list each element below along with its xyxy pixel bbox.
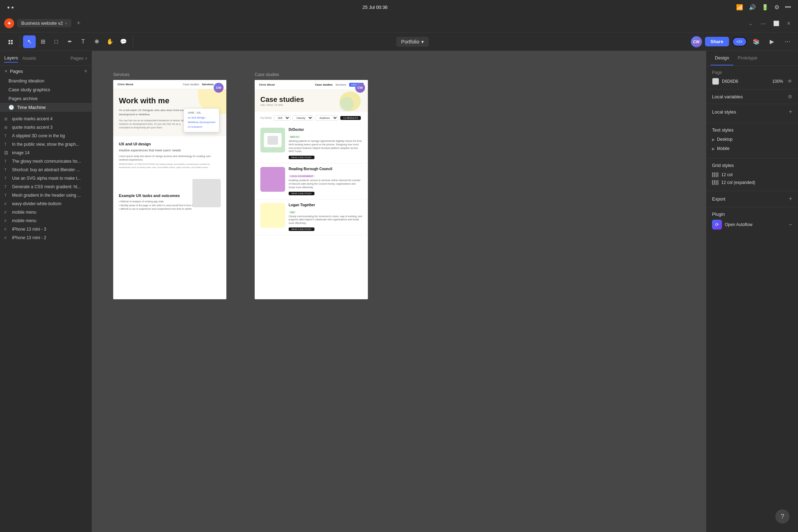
text-tool-button[interactable]: T	[77, 35, 89, 48]
drdoctor-read-more[interactable]: READ CASE STUDY	[289, 156, 314, 159]
drdoctor-desc: Allowing patients to manage appointments…	[289, 139, 362, 153]
layer-item[interactable]: T A stippled 3D cone in the bg	[0, 132, 92, 140]
help-button[interactable]: ?	[775, 509, 790, 524]
pages-list: ▼ Pages + Branding ideation Case study g…	[0, 66, 92, 115]
export-header: Export +	[712, 195, 792, 203]
layer-item[interactable]: ⊞ quote marks accent 3	[0, 123, 92, 132]
layer-item[interactable]: T In the public view, show the graph...	[0, 140, 92, 149]
page-selector[interactable]: Portfolio ▾	[396, 37, 429, 47]
code-toggle-button[interactable]: </>	[733, 38, 746, 46]
page-color-swatch[interactable]	[712, 78, 719, 85]
cases-nav-cs: Case studies	[315, 83, 332, 86]
plugin-autoflow-name: Open Autoflow	[725, 222, 752, 227]
filter-results: 11 RESULTS	[340, 116, 361, 120]
tab-prototype[interactable]: Prototype	[733, 51, 762, 65]
grid-item-12col-expanded[interactable]: 12 col (expanded)	[712, 179, 792, 186]
layer-item[interactable]: T The glowy mesh communicates ho...	[0, 157, 92, 166]
logan-read-more[interactable]: READ CASE STUDY	[289, 227, 314, 231]
layer-item[interactable]: ⊞ quote marks accent 4	[0, 115, 92, 123]
layer-item[interactable]: T Use an SVG alpha mask to make t...	[0, 174, 92, 183]
layer-item[interactable]: # iPhone 13 mini - 3	[0, 225, 92, 233]
services-frame[interactable]: CW Chris Wood Case studies Services Blog…	[113, 80, 226, 299]
mobile-expand-icon: ▶	[712, 147, 715, 151]
add-page-button[interactable]: +	[84, 68, 87, 74]
layer-item[interactable]: 🖼 image 14	[0, 149, 92, 157]
component-tool-button[interactable]: ❋	[90, 35, 103, 48]
add-export-button[interactable]: +	[788, 195, 792, 203]
local-styles-title: Local styles	[712, 109, 736, 115]
layer-item[interactable]: T Shortcut: buy an abstract Blender ...	[0, 166, 92, 174]
pen-tool-button[interactable]: ✒	[63, 35, 76, 48]
panel-tabs: Design Prototype	[706, 51, 798, 66]
pages-collapse-icon[interactable]: ▼	[4, 69, 8, 73]
audience-filter[interactable]: Audience	[316, 115, 338, 121]
style-group-mobile-header[interactable]: ▶ Mobile	[712, 145, 792, 152]
menu-tool-button[interactable]	[4, 35, 17, 48]
file-tab[interactable]: Business website v2 ×	[17, 19, 71, 27]
tab-layers[interactable]: Layers	[4, 54, 18, 63]
minimize-button[interactable]: —	[758, 18, 768, 28]
reading-read-more[interactable]: READ CASE STUDY	[289, 192, 314, 195]
style-group-desktop: ▶ Desktop	[712, 135, 792, 143]
cases-nav-logo: Chris Wood	[259, 83, 275, 86]
nav-case-studies: Case studies	[183, 83, 199, 86]
title-bar-right: ⌄ — ⬜ ✕	[746, 18, 794, 28]
file-tab-title: Business website v2	[21, 21, 63, 26]
tab-design[interactable]: Design	[711, 51, 733, 65]
grid-item-12col[interactable]: 12 col	[712, 171, 792, 179]
layer-item[interactable]: # mobile menu	[0, 208, 92, 216]
figma-logo[interactable]: ✦	[4, 18, 14, 28]
logan-badge: WEI	[289, 211, 296, 214]
page-item-case-study[interactable]: Case study graphics	[0, 85, 92, 94]
share-button[interactable]: Share	[705, 37, 729, 46]
layer-item[interactable]: # iPhone 13 mini - 2	[0, 233, 92, 242]
canvas[interactable]: Services CW Chris Wood Case studies Serv…	[92, 51, 706, 532]
layer-label: The glowy mesh communicates ho...	[12, 159, 81, 164]
page-item-pages-archive[interactable]: Pages archive	[0, 94, 92, 103]
frame-icon: #	[4, 202, 10, 206]
layer-item[interactable]: T Mesh gradient in the header using ...	[0, 191, 92, 200]
frame-tool-button[interactable]: ⊞	[36, 35, 49, 48]
tooltip-item-3: UI research	[187, 125, 215, 129]
comment-tool-button[interactable]: 💬	[117, 35, 130, 48]
layer-item[interactable]: # mobile menu	[0, 216, 92, 225]
skill-filter[interactable]: Skill	[274, 115, 290, 121]
page-item-label: Case study graphics	[8, 87, 50, 92]
collapse-button[interactable]: ⌄	[746, 18, 756, 28]
avatar[interactable]: CW	[691, 36, 702, 47]
tab-assets[interactable]: Assets	[22, 54, 36, 62]
close-button[interactable]: ✕	[784, 18, 794, 28]
page-item-branding[interactable]: Branding ideation	[0, 76, 92, 85]
plugin-remove-button[interactable]: −	[788, 221, 792, 229]
add-tab-button[interactable]: +	[74, 19, 83, 28]
tab-close-button[interactable]: ×	[65, 21, 67, 25]
maximize-button[interactable]: ⬜	[771, 18, 781, 28]
hand-tool-button[interactable]: ✋	[104, 35, 116, 48]
visibility-toggle-icon[interactable]: 👁	[787, 79, 792, 84]
case-card-reading[interactable]: Reading Borough Council LOCAL GOVERNMENT…	[255, 163, 368, 199]
layer-item[interactable]: # wavy-divider-white-bottom	[0, 200, 92, 208]
layer-item[interactable]: T Generate a CSS mesh gradient: ht...	[0, 183, 92, 191]
logan-image	[260, 203, 285, 228]
library-button[interactable]: 📚	[750, 35, 763, 48]
svg-rect-1	[11, 40, 13, 42]
toolbar: ↖ ⊞ □ ✒ T ❋ ✋ 💬 Portfolio ▾ CW Share </>…	[0, 33, 798, 51]
case-card-logan[interactable]: Logan Together WEI Clearly communicating…	[255, 200, 368, 235]
variables-settings-icon[interactable]: ⚙	[788, 94, 792, 99]
play-button[interactable]: ▶	[765, 35, 778, 48]
tab-pages[interactable]: Pages	[70, 54, 83, 62]
page-item-time-machine[interactable]: 🕐 Time Machine	[0, 103, 92, 112]
more-options-button[interactable]: ⋯	[781, 35, 794, 48]
rect-tool-button[interactable]: □	[50, 35, 63, 48]
style-group-desktop-header[interactable]: ▶ Desktop	[712, 135, 792, 143]
plugin-item-autoflow: ⟳ Open Autoflow −	[712, 220, 792, 230]
add-local-style-button[interactable]: +	[788, 108, 792, 116]
services-nav-logo: Chris Wood	[117, 83, 133, 86]
case-studies-frame[interactable]: CW Chris Wood Case studies Services HIRE…	[255, 80, 368, 299]
case-card-drdoctor[interactable]: DrDoctor MED-TH Allowing patients to man…	[255, 124, 368, 163]
plugin-section: Plugin ⟳ Open Autoflow −	[706, 207, 798, 234]
industry-filter[interactable]: Industry	[293, 115, 313, 121]
services-hero-desc: I'm a full-stack UX Designer who also do…	[119, 108, 190, 117]
select-tool-button[interactable]: ↖	[23, 35, 36, 48]
tooltip-item-2: Webflow development	[187, 120, 215, 125]
